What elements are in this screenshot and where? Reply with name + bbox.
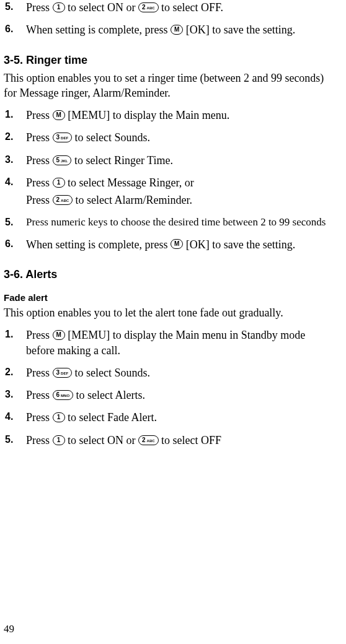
key-1-icon: 1 bbox=[53, 178, 65, 188]
step-item: Press 3DEF to select Sounds. bbox=[4, 365, 335, 380]
step-text: to select Message Ringer, or bbox=[68, 176, 194, 189]
step-text: When setting is complete, press bbox=[26, 24, 171, 36]
section-3-6-subtitle: Fade alert bbox=[4, 292, 335, 303]
step-text: Press bbox=[26, 194, 53, 206]
step-text: Press bbox=[26, 109, 53, 121]
section-3-5-intro: This option enables you to set a ringer … bbox=[4, 71, 335, 101]
key-3-icon: 3DEF bbox=[53, 133, 73, 142]
step-item: Press 1 to select ON or 2ABC to select O… bbox=[4, 0, 335, 15]
step-text: Press bbox=[26, 131, 53, 144]
step-text: Press bbox=[26, 411, 53, 424]
step-text: Press numeric keys to choose the desired… bbox=[26, 216, 326, 228]
step-item: Press 1 to select ON or 2ABC to select O… bbox=[4, 433, 335, 448]
section-3-6-steps: Press M [MEMU] to display the Main menu … bbox=[4, 328, 335, 448]
step-text: to select ON or bbox=[68, 434, 138, 446]
step-text: [OK] to save the setting. bbox=[186, 238, 295, 251]
key-m-icon: M bbox=[53, 330, 65, 340]
key-6-icon: 6MNO bbox=[53, 390, 74, 400]
step-item: Press 3DEF to select Sounds. bbox=[4, 130, 335, 145]
step-item: Press 1 to select Fade Alert. bbox=[4, 410, 335, 425]
step-item: When setting is complete, press M [OK] t… bbox=[4, 22, 335, 37]
step-text: to select Sounds. bbox=[75, 131, 151, 144]
step-text: to select Alerts. bbox=[76, 389, 145, 401]
step-item: Press M [MEMU] to display the Main menu … bbox=[4, 328, 335, 358]
step-item: Press numeric keys to choose the desired… bbox=[4, 215, 335, 230]
step-text: to select Sounds. bbox=[75, 367, 151, 379]
step-item: When setting is complete, press M [OK] t… bbox=[4, 237, 335, 252]
key-2-icon: 2ABC bbox=[138, 435, 159, 445]
step-text: Press bbox=[26, 154, 53, 167]
step-text: Press bbox=[26, 176, 53, 189]
key-1-icon: 1 bbox=[53, 412, 65, 422]
key-1-icon: 1 bbox=[53, 435, 65, 445]
step-text: When setting is complete, press bbox=[26, 238, 171, 251]
step-text: Press bbox=[26, 329, 53, 341]
step-item: Press 6MNO to select Alerts. bbox=[4, 388, 335, 402]
step-text: to select Alarm/Reminder. bbox=[76, 194, 192, 206]
step-text: Press bbox=[26, 367, 53, 379]
step-text: to select ON or bbox=[68, 1, 138, 14]
step-item: Press 5JKL to select Ringer Time. bbox=[4, 153, 335, 168]
key-2-icon: 2ABC bbox=[53, 195, 73, 205]
key-m-icon: M bbox=[53, 110, 65, 120]
step-text: to select Ringer Time. bbox=[74, 154, 173, 167]
top-continuing-steps: Press 1 to select ON or 2ABC to select O… bbox=[4, 0, 335, 38]
step-text: to select OFF. bbox=[161, 1, 223, 14]
page: Press 1 to select ON or 2ABC to select O… bbox=[0, 0, 346, 644]
step-sub-line: Press 2ABC to select Alarm/Reminder. bbox=[26, 193, 335, 207]
page-number: 49 bbox=[4, 623, 14, 635]
key-2-icon: 2ABC bbox=[138, 2, 159, 12]
step-text: to select OFF bbox=[161, 434, 221, 446]
section-3-5-title: 3-5. Ringer time bbox=[4, 54, 335, 67]
step-item: Press M [MEMU] to display the Main menu. bbox=[4, 108, 335, 123]
step-text: Press bbox=[26, 1, 53, 14]
step-text: to select Fade Alert. bbox=[68, 411, 157, 424]
key-1-icon: 1 bbox=[53, 2, 65, 12]
step-text: [OK] to save the setting. bbox=[186, 24, 295, 36]
section-3-5-steps: Press M [MEMU] to display the Main menu.… bbox=[4, 108, 335, 252]
step-item: Press 1 to select Message Ringer, or Pre… bbox=[4, 175, 335, 208]
key-3-icon: 3DEF bbox=[53, 368, 73, 378]
step-text: [MEMU] to display the Main menu. bbox=[68, 109, 229, 121]
step-text: Press bbox=[26, 434, 53, 446]
section-3-6-title: 3-6. Alerts bbox=[4, 268, 335, 281]
key-m-icon: M bbox=[171, 239, 183, 249]
section-3-6-intro: This option enables you to let the alert… bbox=[4, 305, 335, 320]
step-text: Press bbox=[26, 389, 53, 401]
key-m-icon: M bbox=[171, 25, 183, 35]
key-5-icon: 5JKL bbox=[53, 155, 72, 165]
step-text: [MEMU] to display the Main menu in Stand… bbox=[26, 329, 305, 356]
